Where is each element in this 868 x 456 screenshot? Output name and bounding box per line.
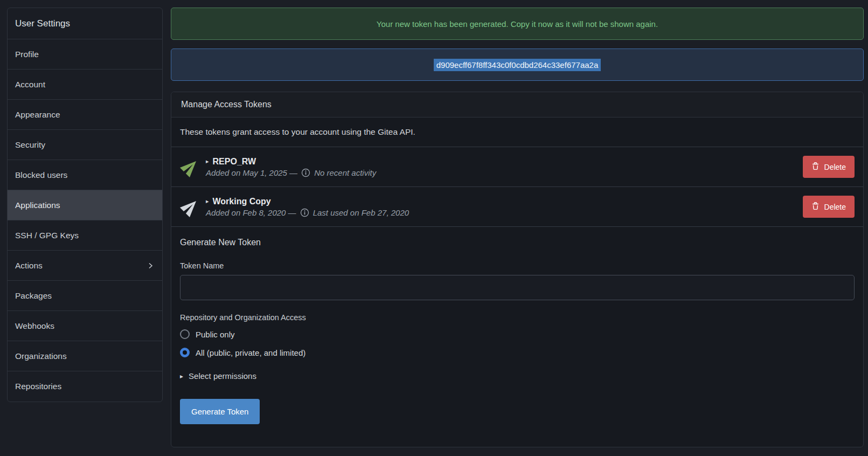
sidebar-item-organizations[interactable]: Organizations bbox=[8, 341, 162, 371]
generate-token-button[interactable]: Generate Token bbox=[180, 399, 260, 424]
token-meta: Added on May 1, 2025 — No recent activit… bbox=[206, 168, 376, 177]
radio-unchecked-icon[interactable] bbox=[180, 329, 190, 339]
trash-icon bbox=[811, 162, 820, 172]
delete-token-button[interactable]: Delete bbox=[803, 196, 855, 218]
chevron-right-icon bbox=[146, 261, 155, 270]
sidebar-item-security[interactable]: Security bbox=[8, 130, 162, 160]
token-activity-text: Last used on Feb 27, 2020 bbox=[313, 208, 409, 217]
sidebar-item-repositories[interactable]: Repositories bbox=[8, 371, 162, 402]
triangle-collapsed-icon: ▸ bbox=[206, 158, 209, 164]
select-permissions-toggle[interactable]: ▸ Select permissions bbox=[180, 371, 855, 381]
token-added-text: Added on Feb 8, 2020 — bbox=[206, 208, 296, 217]
sidebar-item-actions[interactable]: Actions bbox=[8, 251, 162, 281]
paper-plane-icon bbox=[180, 158, 200, 176]
token-name: Working Copy bbox=[213, 197, 271, 206]
paper-plane-icon bbox=[180, 198, 200, 216]
sidebar-item-blocked-users[interactable]: Blocked users bbox=[8, 160, 162, 190]
flash-message-text: Your new token has been generated. Copy … bbox=[377, 19, 658, 29]
select-permissions-label: Select permissions bbox=[189, 371, 256, 381]
repo-org-access-label: Repository and Organization Access bbox=[180, 313, 855, 322]
delete-token-button[interactable]: Delete bbox=[803, 156, 855, 178]
sidebar-item-webhooks[interactable]: Webhooks bbox=[8, 311, 162, 341]
token-activity-text: No recent activity bbox=[314, 168, 376, 177]
generate-heading: Generate New Token bbox=[180, 238, 855, 247]
sidebar-item-account[interactable]: Account bbox=[8, 70, 162, 100]
info-icon bbox=[300, 208, 309, 217]
user-settings-page: User Settings Profile Account Appearance… bbox=[0, 0, 868, 452]
panel-title: Manage Access Tokens bbox=[171, 92, 863, 118]
token-added-text: Added on May 1, 2025 — bbox=[206, 168, 297, 177]
generate-new-token-section: Generate New Token Token Name Repository… bbox=[171, 227, 863, 433]
token-name-toggle[interactable]: ▸ Working Copy bbox=[206, 197, 409, 206]
sidebar-title: User Settings bbox=[8, 8, 162, 39]
token-row: ▸ REPO_RW Added on May 1, 2025 — No rece… bbox=[171, 147, 863, 187]
token-name-toggle[interactable]: ▸ REPO_RW bbox=[206, 157, 376, 167]
sidebar-item-packages[interactable]: Packages bbox=[8, 281, 162, 311]
sidebar-item-applications[interactable]: Applications bbox=[8, 190, 162, 220]
token-name: REPO_RW bbox=[213, 157, 256, 167]
sidebar-item-ssh-gpg-keys[interactable]: SSH / GPG Keys bbox=[8, 220, 162, 251]
new-token-box: d909ecff67f8ff343c0f0cdbd264c33ef677aa2a bbox=[171, 49, 864, 81]
sidebar-item-appearance[interactable]: Appearance bbox=[8, 100, 162, 130]
access-tokens-panel: Manage Access Tokens These tokens grant … bbox=[171, 92, 864, 447]
triangle-collapsed-icon: ▸ bbox=[206, 198, 209, 204]
radio-checked-icon[interactable] bbox=[180, 348, 190, 357]
info-icon bbox=[301, 168, 310, 177]
settings-sidebar: User Settings Profile Account Appearance… bbox=[7, 8, 163, 402]
triangle-collapsed-icon: ▸ bbox=[180, 373, 183, 379]
token-info: ▸ REPO_RW Added on May 1, 2025 — No rece… bbox=[206, 157, 376, 177]
settings-content: Your new token has been generated. Copy … bbox=[171, 8, 864, 452]
radio-all-access[interactable]: All (public, private, and limited) bbox=[180, 343, 855, 362]
radio-label: Public only bbox=[196, 330, 235, 339]
radio-label: All (public, private, and limited) bbox=[196, 348, 305, 357]
flash-success-banner: Your new token has been generated. Copy … bbox=[171, 8, 864, 40]
token-name-input[interactable] bbox=[180, 275, 855, 300]
panel-description: These tokens grant access to your accoun… bbox=[171, 118, 863, 147]
new-token-value[interactable]: d909ecff67f8ff343c0f0cdbd264c33ef677aa2a bbox=[434, 59, 601, 71]
sidebar-item-profile[interactable]: Profile bbox=[8, 39, 162, 70]
radio-public-only[interactable]: Public only bbox=[180, 325, 855, 343]
trash-icon bbox=[811, 202, 820, 212]
token-meta: Added on Feb 8, 2020 — Last used on Feb … bbox=[206, 208, 409, 217]
token-row: ▸ Working Copy Added on Feb 8, 2020 — La… bbox=[171, 187, 863, 227]
sidebar-item-label: Actions bbox=[15, 261, 43, 271]
token-info: ▸ Working Copy Added on Feb 8, 2020 — La… bbox=[206, 197, 409, 217]
delete-label: Delete bbox=[824, 203, 846, 211]
delete-label: Delete bbox=[824, 163, 846, 171]
token-name-label: Token Name bbox=[180, 261, 855, 270]
